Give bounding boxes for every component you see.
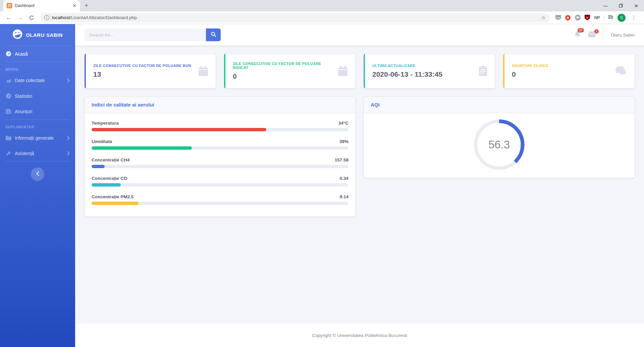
panel-title: AQI [371, 102, 380, 108]
browser-menu-icon[interactable]: ⋮ [629, 14, 639, 21]
air-quality-panel-header: Indici de calitate ai aerului [85, 97, 355, 113]
chevron-right-icon [67, 151, 70, 155]
search-form [85, 28, 221, 41]
metric-pm25: Concentrație PM2.5 9.14 [92, 194, 348, 205]
calendar-icon [338, 66, 348, 76]
card-value: 0 [512, 70, 549, 78]
card-value: 2020-06-13 - 11:33:45 [372, 70, 442, 78]
browser-tab[interactable]: Dashboard ✕ [3, 0, 80, 11]
progress-bar [92, 183, 348, 187]
card-title: ULTIMA ACTUALIZARE [372, 64, 442, 68]
metric-value: 9.14 [340, 194, 348, 199]
aqi-panel-header: AQI [364, 97, 634, 113]
tab-title: Dashboard [15, 3, 70, 8]
calendar-icon [198, 66, 208, 76]
sidebar-heading-menu: MENIU [0, 62, 75, 73]
air-quality-panel: Indici de calitate ai aerului Temperatur… [85, 96, 356, 217]
user-name[interactable]: Olaru Sabin [611, 32, 635, 38]
ublock-shield-extension-icon[interactable]: U [584, 15, 590, 21]
progress-bar [92, 202, 348, 205]
folder-icon [5, 136, 11, 140]
camera-extension-icon[interactable] [575, 15, 581, 21]
card-value: 13 [93, 70, 191, 78]
notifications-badge: 3+ [578, 28, 584, 32]
new-tab-button[interactable]: + [85, 2, 88, 9]
chevron-right-icon [67, 136, 70, 140]
window-close-button[interactable]: ✕ [629, 0, 644, 11]
comments-icon [615, 66, 627, 76]
messages-badge: 7 [594, 29, 599, 33]
messages-envelope[interactable]: 7 [588, 31, 596, 39]
sidebar-item-date-colectate[interactable]: Date colectate [0, 73, 75, 88]
sidebar-divider [5, 161, 70, 161]
card-zile-poluare-ridicat: ZILE CONSECUTIVE CU FACTOR DE POLUARE RI… [224, 54, 356, 88]
brand-text: OLARU SABIN [26, 32, 63, 38]
sidebar-collapse-button[interactable] [31, 167, 44, 181]
noscript-extension-icon[interactable]: NP [594, 15, 600, 21]
sidebar: OLARU SABIN Acasă MENIU Date colectate S… [0, 24, 75, 347]
search-input[interactable] [85, 28, 206, 41]
aqi-panel: AQI 56.3 [364, 96, 635, 178]
panel-title: Indici de calitate ai aerului [92, 102, 154, 108]
progress-bar [92, 165, 348, 168]
sidebar-item-statistici[interactable]: Statistici [0, 88, 75, 104]
forward-icon[interactable]: → [15, 13, 25, 22]
metric-label: Concentrație CH4 [92, 157, 129, 162]
metric-value: 39% [339, 139, 348, 144]
wrench-icon [5, 151, 11, 156]
card-title: ANUNȚURI ZILNICE [512, 64, 549, 68]
metric-value: 157.58 [335, 157, 348, 162]
browser-toolbar: ← → i localhost/Licenta/Utilizator/Dashb… [0, 11, 644, 24]
progress-fill [92, 202, 139, 205]
metric-label: Concentrație CO [92, 176, 127, 181]
chevron-left-icon [36, 171, 39, 177]
card-zile-poluare-bun: ZILE CONSECUTIVE CU FACTOR DE POLUARE BU… [85, 54, 216, 88]
brand[interactable]: OLARU SABIN [0, 24, 75, 46]
aqi-value: 56.3 [472, 118, 526, 171]
metric-label: Temperatura [92, 121, 119, 126]
metric-temperatura: Temperatura 34°C [92, 121, 348, 131]
search-button[interactable] [206, 28, 221, 41]
card-ultima-actualizare: ULTIMA ACTUALIZARE 2020-06-13 - 11:33:45 [364, 54, 495, 88]
css-extension-icon[interactable]: CSS [555, 15, 561, 21]
red-dot-extension-icon[interactable] [565, 15, 571, 21]
bookmark-star-icon[interactable]: ☆ [541, 14, 546, 21]
refresh-icon[interactable] [27, 13, 36, 22]
sidebar-item-asistenta[interactable]: Asistență [0, 146, 75, 161]
back-icon[interactable]: ← [4, 13, 13, 22]
progress-fill [92, 183, 121, 187]
sidebar-item-anunturi[interactable]: Anunțuri [0, 104, 75, 119]
sidebar-item-informatii-generale[interactable]: Informații generale [0, 130, 75, 146]
progress-fill [92, 165, 105, 168]
url-bar[interactable]: i localhost/Licenta/Utilizator/Dashboard… [40, 13, 550, 22]
url-text[interactable]: localhost/Licenta/Utilizator/Dashboard.p… [52, 15, 538, 20]
metric-ch4: Concentrație CH4 157.58 [92, 157, 348, 168]
page-info-icon[interactable]: i [44, 15, 49, 20]
tab-close-icon[interactable]: ✕ [72, 3, 76, 8]
window-restore-button[interactable] [613, 0, 629, 11]
aqi-gauge: 56.3 [472, 118, 526, 171]
window-minimize-button[interactable]: — [598, 0, 613, 11]
tachometer-icon [5, 51, 11, 57]
sidebar-item-acasa[interactable]: Acasă [0, 46, 75, 62]
metric-value: 34°C [338, 121, 348, 126]
topbar-divider [603, 30, 603, 39]
notifications-bell[interactable]: 3+ [574, 30, 581, 39]
card-title: ZILE CONSECUTIVE CU FACTOR DE POLUARE BU… [93, 64, 191, 68]
metric-label: Concentrație PM2.5 [92, 194, 133, 199]
page-content: ZILE CONSECUTIVE CU FACTOR DE POLUARE BU… [75, 46, 644, 324]
card-anunturi-zilnice: ANUNȚURI ZILNICE 0 [503, 54, 635, 88]
progress-fill [92, 128, 266, 131]
card-title: ZILE CONSECUTIVE CU FACTOR DE POLUARE RI… [233, 62, 338, 70]
media-playlist-icon[interactable] [608, 15, 614, 21]
sidebar-heading-suplimentar: SUPLIMENTAR [0, 120, 75, 130]
footer: Copyright © Universitatea Politehnica Bu… [75, 324, 644, 347]
metric-umiditate: Umiditate 39% [92, 139, 348, 150]
copyright-text: Copyright © Universitatea Politehnica Bu… [312, 333, 407, 338]
laugh-wink-icon [12, 29, 22, 41]
topbar: 3+ 7 Olaru Sabin [75, 24, 644, 46]
search-icon [211, 32, 216, 38]
progress-fill [92, 146, 192, 150]
profile-avatar[interactable]: S [618, 14, 626, 22]
table-icon [5, 109, 11, 114]
